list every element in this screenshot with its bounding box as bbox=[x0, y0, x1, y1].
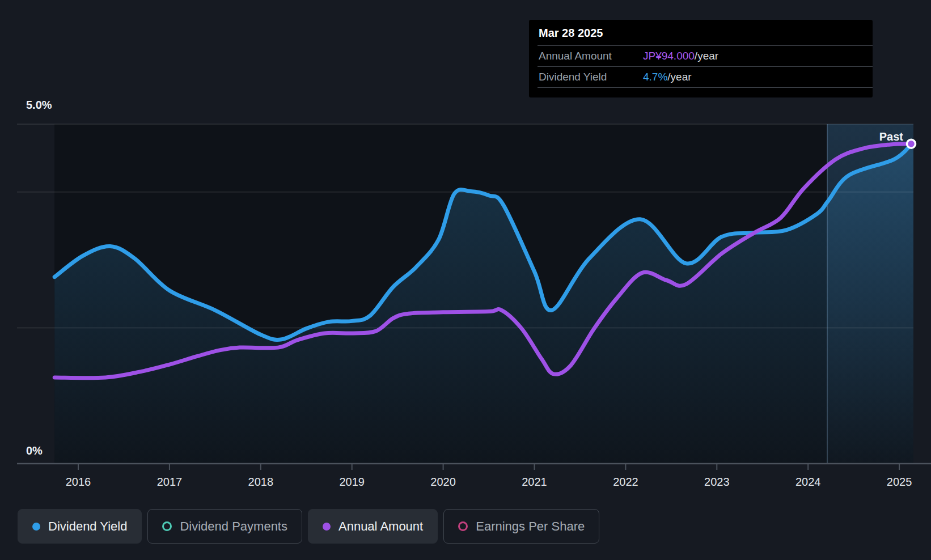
legend-label: Dividend Payments bbox=[180, 519, 287, 534]
legend-button-dividend-yield[interactable]: Dividend Yield bbox=[18, 509, 142, 544]
legend-ring-icon bbox=[162, 521, 172, 531]
x-axis-label-2020: 2020 bbox=[418, 474, 469, 489]
legend-ring-icon bbox=[458, 521, 468, 531]
tooltip-row-label: Dividend Yield bbox=[538, 71, 643, 83]
chart-legend: Dividend YieldDividend PaymentsAnnual Am… bbox=[18, 509, 599, 544]
dividend-history-chart-page: 5.0% 0% 20162017201820192020202120222023… bbox=[0, 0, 931, 560]
tooltip-date: Mar 28 2025 bbox=[529, 20, 873, 45]
x-axis-label-2018: 2018 bbox=[235, 474, 286, 489]
legend-label: Dividend Yield bbox=[48, 519, 127, 534]
x-axis-label-2019: 2019 bbox=[327, 474, 378, 489]
y-axis-min-label: 0% bbox=[26, 443, 43, 458]
legend-label: Annual Amount bbox=[338, 519, 423, 534]
tooltip-row: Dividend Yield4.7%/year bbox=[538, 66, 873, 87]
x-axis-label-2021: 2021 bbox=[509, 474, 560, 489]
tooltip-footer-rule bbox=[538, 87, 873, 97]
x-axis-label-2023: 2023 bbox=[691, 474, 742, 489]
tooltip-row-value: JP¥94.000 bbox=[643, 50, 695, 62]
legend-button-dividend-payments[interactable]: Dividend Payments bbox=[147, 509, 302, 544]
tooltip-row-unit: /year bbox=[667, 71, 691, 83]
tooltip-row-label: Annual Amount bbox=[538, 50, 643, 62]
legend-dot-icon bbox=[32, 523, 40, 531]
x-axis-label-2016: 2016 bbox=[53, 474, 104, 489]
past-region-label: Past bbox=[835, 129, 903, 144]
legend-dot-icon bbox=[323, 523, 331, 531]
x-axis-label-2017: 2017 bbox=[144, 474, 195, 489]
tooltip-row-unit: /year bbox=[695, 50, 718, 62]
x-axis-label-2025: 2025 bbox=[874, 474, 925, 489]
x-axis-label-2022: 2022 bbox=[600, 474, 651, 489]
tooltip-row-value: 4.7% bbox=[643, 71, 667, 83]
chart-hover-area[interactable] bbox=[54, 124, 913, 464]
legend-button-earnings-per-share[interactable]: Earnings Per Share bbox=[443, 509, 599, 544]
chart-tooltip: Mar 28 2025 Annual AmountJP¥94.000/yearD… bbox=[529, 20, 873, 97]
legend-label: Earnings Per Share bbox=[476, 519, 585, 534]
y-axis-max-label: 5.0% bbox=[26, 97, 52, 112]
legend-button-annual-amount[interactable]: Annual Amount bbox=[308, 509, 438, 544]
tooltip-row: Annual AmountJP¥94.000/year bbox=[538, 45, 873, 66]
x-axis-label-2024: 2024 bbox=[782, 474, 833, 489]
